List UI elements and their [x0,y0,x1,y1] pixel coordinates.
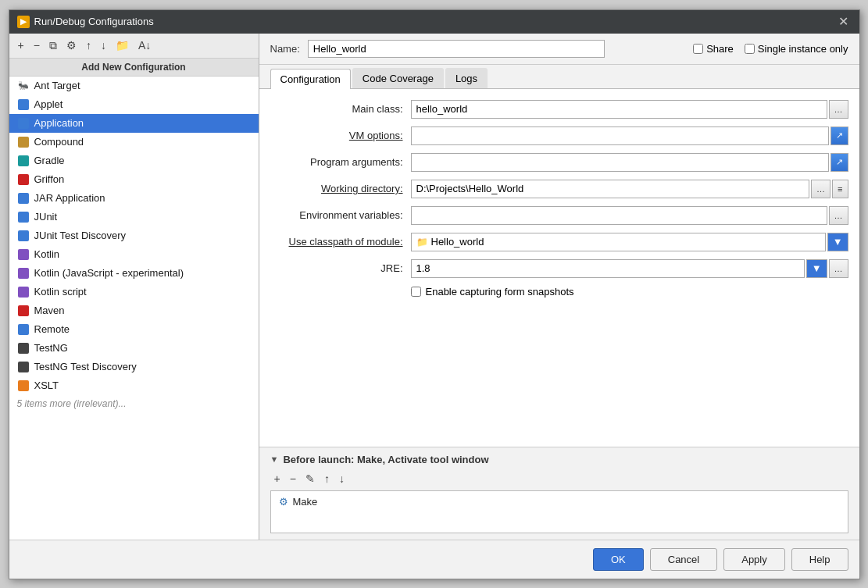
before-up-button[interactable]: ↑ [320,470,334,487]
jar-icon [17,192,30,205]
vm-options-input[interactable] [411,127,829,145]
before-edit-button[interactable]: ✎ [302,470,319,487]
main-class-input[interactable] [411,100,827,119]
sidebar-item-testng[interactable]: TestNG [9,339,259,358]
bottom-bar: OK Cancel Apply Help [9,540,859,579]
sidebar-item-kotlin[interactable]: Kotlin [9,245,259,264]
ok-button[interactable]: OK [593,548,644,571]
help-button[interactable]: Help [791,548,848,571]
program-args-expand-button[interactable]: ↗ [830,153,848,172]
sidebar-item-label: Kotlin (JavaScript - experimental) [34,267,184,279]
share-label: Share [706,43,734,55]
sidebar-item-testng-discovery[interactable]: TestNG Test Discovery [9,358,259,376]
sidebar-item-junit[interactable]: JUnit [9,208,259,226]
sidebar-item-ant-target[interactable]: 🐜 Ant Target [9,77,259,95]
working-dir-label: Working directory: [270,183,411,194]
remote-icon [17,323,30,336]
dialog-icon: ▶ [17,16,30,28]
classpath-value: Hello_world [431,236,484,248]
main-class-row: Main class: … [270,100,848,119]
folder-config-button[interactable]: 📁 [112,37,133,54]
single-instance-checkbox[interactable] [745,44,755,54]
title-bar: ▶ Run/Debug Configurations ✕ [9,10,859,34]
env-vars-row: Environment variables: … [270,206,848,225]
remove-config-button[interactable]: − [30,37,44,54]
config-type-list: 🐜 Ant Target Applet Application Compound [9,77,259,540]
down-config-button[interactable]: ↓ [97,37,110,54]
tab-logs[interactable]: Logs [445,68,488,88]
env-vars-browse-button[interactable]: … [829,206,848,225]
close-button[interactable]: ✕ [835,14,852,29]
up-config-button[interactable]: ↑ [82,37,95,54]
add-config-button[interactable]: + [14,37,28,54]
before-down-button[interactable]: ↓ [335,470,348,487]
main-class-label: Main class: [270,103,411,115]
move-config-button[interactable]: ⚙ [63,37,80,54]
sidebar-item-label: TestNG [34,342,68,354]
sidebar-item-applet[interactable]: Applet [9,95,259,114]
sort-config-button[interactable]: A↓ [134,37,155,54]
working-dir-var-button[interactable]: ≡ [832,180,848,198]
sidebar-item-label: JUnit Test Discovery [34,230,127,241]
env-vars-input[interactable] [411,206,827,225]
program-args-input[interactable] [411,153,829,172]
launch-item-make: ⚙ Make [276,494,843,509]
jre-input[interactable] [411,259,805,278]
sidebar-item-jar-application[interactable]: JAR Application [9,189,259,208]
jre-row: JRE: ▼ … [270,259,848,278]
before-launch-list: ⚙ Make [270,490,848,533]
application-icon [17,117,30,130]
sidebar-item-label: Gradle [34,155,65,166]
sidebar-item-griffon[interactable]: Griffon [9,170,259,189]
single-instance-label: Single instance only [758,43,848,55]
sidebar-item-label: Remote [34,323,70,335]
tab-code-coverage[interactable]: Code Coverage [352,68,444,88]
sidebar-item-compound[interactable]: Compound [9,133,259,151]
cancel-button[interactable]: Cancel [650,548,717,571]
make-icon: ⚙ [279,496,288,508]
form-snapshots-checkbox[interactable] [411,287,421,297]
share-checkbox[interactable] [693,44,703,54]
program-args-row: Program arguments: ↗ [270,153,848,172]
sidebar-item-label: Kotlin [34,248,60,260]
main-class-browse-button[interactable]: … [829,100,848,119]
sidebar-item-xslt[interactable]: XSLT [9,376,259,395]
sidebar-item-kotlin-js[interactable]: Kotlin (JavaScript - experimental) [9,264,259,283]
junit-discovery-icon [17,230,30,242]
sidebar-item-application[interactable]: Application [9,114,259,133]
griffon-icon [17,173,30,186]
working-dir-input[interactable] [411,180,810,198]
apply-button[interactable]: Apply [723,548,785,571]
name-input[interactable] [308,40,605,58]
sidebar-item-junit-test-discovery[interactable]: JUnit Test Discovery [9,226,259,245]
left-toolbar: + − ⧉ ⚙ ↑ ↓ 📁 A↓ [9,34,259,59]
sidebar-item-gradle[interactable]: Gradle [9,151,259,170]
tab-configuration[interactable]: Configuration [270,69,351,89]
config-tabs: Configuration Code Coverage Logs [259,65,859,89]
env-vars-input-group: … [411,206,848,225]
jre-input-group: ▼ … [411,259,848,278]
form-snapshots-label: Enable capturing form snapshots [426,286,574,298]
collapse-icon[interactable]: ▼ [270,454,279,464]
share-area: Share Single instance only [693,43,848,55]
sidebar-item-maven[interactable]: Maven [9,301,259,320]
sidebar-item-remote[interactable]: Remote [9,320,259,339]
working-dir-browse-button[interactable]: … [811,180,830,198]
kotlin-js-icon [17,267,30,280]
main-class-input-group: … [411,100,848,119]
copy-config-button[interactable]: ⧉ [45,37,61,55]
jre-browse-button[interactable]: … [829,259,848,278]
sidebar-item-label: Ant Target [34,80,80,91]
sidebar-item-kotlin-script[interactable]: Kotlin script [9,283,259,301]
sidebar-item-label: Applet [34,98,63,110]
before-add-button[interactable]: + [270,470,284,487]
kotlin-icon [17,248,30,261]
classpath-row: Use classpath of module: 📁 Hello_world ▼ [270,233,848,251]
run-debug-configurations-dialog: ▶ Run/Debug Configurations ✕ + − ⧉ ⚙ ↑ ↓… [9,9,860,579]
vm-options-expand-button[interactable]: ↗ [830,127,848,145]
share-checkbox-label: Share [693,43,734,55]
before-remove-button[interactable]: − [286,470,300,487]
classpath-dropdown-button[interactable]: ▼ [827,233,848,251]
jre-dropdown-button[interactable]: ▼ [806,259,827,278]
more-items-label: 5 items more (irrelevant)... [9,395,259,412]
